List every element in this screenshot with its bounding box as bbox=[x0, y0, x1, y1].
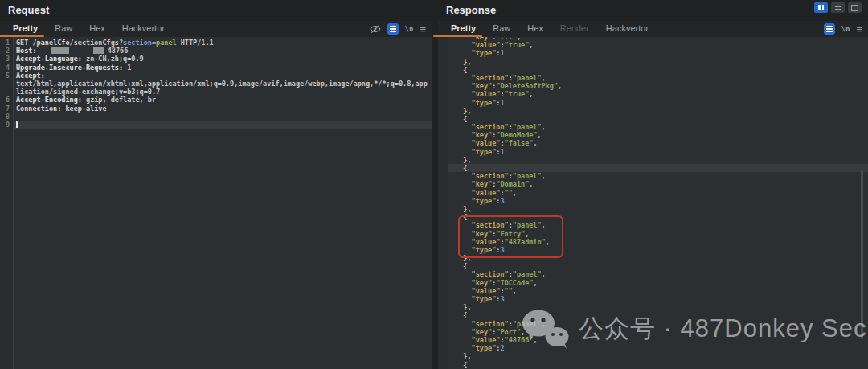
code-line: "section":"panel", bbox=[438, 74, 868, 82]
response-tabbar: PrettyRawHexRenderHackvertor \n ≡ bbox=[438, 21, 868, 38]
tab-render[interactable]: Render bbox=[555, 21, 594, 37]
request-editor[interactable]: 1GET /panelCfo/sectionCfgs?section=panel… bbox=[0, 37, 432, 369]
code-line: { bbox=[438, 213, 868, 221]
tab-raw[interactable]: Raw bbox=[488, 21, 515, 37]
wrap-lines-icon[interactable] bbox=[824, 23, 835, 35]
code-line: { bbox=[438, 164, 868, 172]
code-line: "key":"DeleteSoftPkg", bbox=[438, 82, 868, 90]
code-line: "type":1 bbox=[438, 148, 868, 156]
code-line: 9 bbox=[0, 121, 432, 129]
code-line: "value":"", bbox=[438, 189, 868, 197]
request-tabbar: PrettyRawHexHackvertor \n ≡ bbox=[0, 21, 432, 38]
tab-hex[interactable]: Hex bbox=[84, 21, 110, 37]
code-line: text/html,application/xhtml+xml,applicat… bbox=[0, 80, 432, 88]
code-line: "value":"true", bbox=[438, 90, 868, 98]
code-line: }, bbox=[438, 156, 868, 164]
code-line: 3Accept-Language: zn-CN,zh;q=0.9 bbox=[0, 55, 432, 63]
code-line: 2Host: 48766 bbox=[0, 47, 432, 55]
code-line: "value":"487admin", bbox=[438, 238, 868, 246]
code-line: lication/signed-exchange;v=b3;q=0.7 bbox=[0, 88, 432, 96]
code-line: "key":"DemoMode", bbox=[438, 131, 868, 139]
menu-icon[interactable]: ≡ bbox=[856, 24, 862, 35]
code-line: "key":"IDCCode", bbox=[438, 279, 868, 287]
response-editor[interactable]: "key":"...", "value":"true", "type":1 },… bbox=[438, 37, 868, 369]
code-line: 6Accept-Encoding: gzip, deflate, br bbox=[0, 96, 432, 104]
code-line: "section":"panel", bbox=[438, 270, 868, 278]
code-line: }, bbox=[438, 205, 868, 213]
code-line: "type":1 bbox=[438, 99, 868, 107]
code-line: "section":"panel", bbox=[438, 320, 868, 328]
code-line: "key":"Port", bbox=[438, 328, 868, 336]
code-line: 7Connection: keep-alive bbox=[0, 105, 432, 113]
code-line: "section":"panel", bbox=[438, 172, 868, 180]
tab-hex[interactable]: Hex bbox=[522, 21, 548, 37]
burp-message-viewer: Request PrettyRawHexHackvertor \n ≡ 1GET… bbox=[0, 0, 868, 369]
code-line: { bbox=[438, 66, 868, 74]
code-line: "value":"", bbox=[438, 287, 868, 295]
tab-raw[interactable]: Raw bbox=[50, 21, 77, 37]
tab-pretty[interactable]: Pretty bbox=[446, 21, 481, 37]
code-line: 8 bbox=[0, 113, 432, 121]
code-line: "section":"panel", bbox=[438, 221, 868, 229]
code-line: "type":3 bbox=[438, 246, 868, 254]
request-panel: Request PrettyRawHexHackvertor \n ≡ 1GET… bbox=[0, 0, 432, 369]
code-line: }, bbox=[438, 254, 868, 262]
tab-pretty[interactable]: Pretty bbox=[8, 21, 43, 37]
response-panel: Response PrettyRawHexRenderHackvertor \n… bbox=[438, 0, 868, 369]
code-line: 5Accept: bbox=[0, 72, 432, 80]
code-line: "value":"false", bbox=[438, 139, 868, 147]
response-scrollbar[interactable] bbox=[861, 170, 863, 339]
newline-icon[interactable]: \n bbox=[841, 25, 850, 33]
visibility-off-icon[interactable] bbox=[370, 23, 381, 35]
code-line: 4Upgrade-Insecure-Requests: 1 bbox=[0, 64, 432, 72]
request-panel-title: Request bbox=[8, 4, 49, 16]
code-line: }, bbox=[438, 107, 868, 115]
code-line: }, bbox=[438, 303, 868, 311]
code-line: "type":3 bbox=[438, 295, 868, 303]
code-line: "key":"Domain", bbox=[438, 180, 868, 188]
newline-icon[interactable]: \n bbox=[405, 25, 414, 33]
code-line: 1GET /panelCfo/sectionCfgs?section=panel… bbox=[0, 39, 432, 47]
menu-icon[interactable]: ≡ bbox=[420, 24, 426, 35]
code-line: }, bbox=[438, 352, 868, 360]
code-line: "type":2 bbox=[438, 344, 868, 352]
code-line: { bbox=[438, 115, 868, 123]
code-line: { bbox=[438, 262, 868, 270]
redacted-block bbox=[93, 47, 104, 54]
wrap-lines-icon[interactable] bbox=[387, 23, 399, 35]
redacted-block bbox=[51, 47, 69, 54]
code-line: "value":"true", bbox=[438, 41, 868, 49]
code-line: "section":"panel", bbox=[438, 123, 868, 131]
text-caret bbox=[16, 121, 18, 128]
tab-hackvertor[interactable]: Hackvertor bbox=[117, 21, 170, 37]
code-line: "value":"48766", bbox=[438, 336, 868, 344]
code-line: "key":"Entry", bbox=[438, 230, 868, 238]
response-panel-title: Response bbox=[446, 4, 496, 16]
code-line: "type":1 bbox=[438, 49, 868, 57]
code-line: "type":3 bbox=[438, 197, 868, 205]
code-line: }, bbox=[438, 58, 868, 66]
code-line: { bbox=[438, 361, 868, 369]
tab-hackvertor[interactable]: Hackvertor bbox=[601, 21, 653, 37]
code-line: { bbox=[438, 311, 868, 319]
